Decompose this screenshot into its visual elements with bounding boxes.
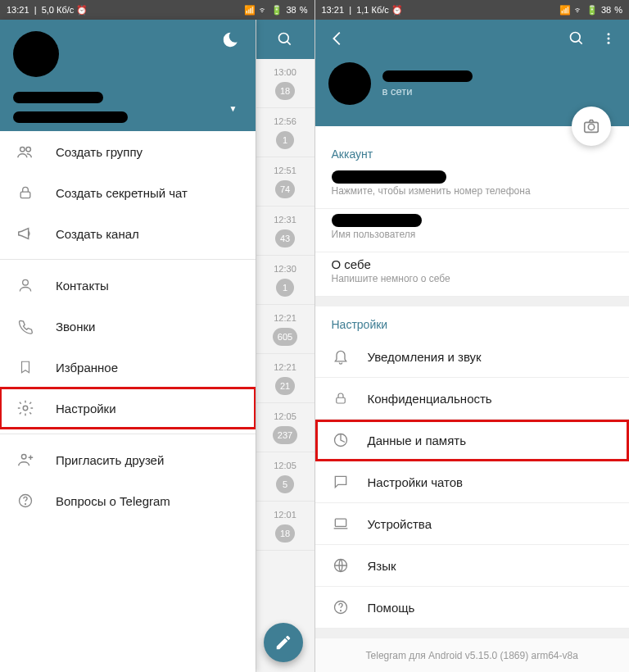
chat-time: 12:21 bbox=[274, 362, 296, 372]
unread-badge: 43 bbox=[275, 229, 295, 247]
menu-label: Создать канал bbox=[56, 227, 139, 241]
row-notifications[interactable]: Уведомления и звук bbox=[315, 336, 630, 378]
menu-create-group[interactable]: Создать группу bbox=[0, 131, 256, 172]
data-icon bbox=[332, 431, 350, 449]
status-time: 13:21 bbox=[7, 5, 29, 15]
chat-item[interactable]: 12:301 bbox=[256, 256, 314, 305]
help-icon bbox=[332, 598, 350, 616]
chat-time: 12:01 bbox=[274, 510, 296, 520]
status-time: 13:21 bbox=[322, 5, 345, 15]
svg-rect-15 bbox=[336, 397, 345, 403]
menu-calls[interactable]: Звонки bbox=[0, 306, 256, 347]
profile-avatar[interactable] bbox=[328, 62, 371, 105]
menu-create-channel[interactable]: Создать канал bbox=[0, 213, 256, 254]
about-field[interactable]: О себе Напишите немного о себе bbox=[315, 252, 630, 297]
battery-icon: 🔋 bbox=[271, 5, 283, 16]
account-info[interactable] bbox=[13, 92, 242, 123]
chat-item[interactable]: 12:21605 bbox=[256, 305, 314, 354]
battery-pct: 38 bbox=[286, 5, 296, 15]
right-screenshot: 13:21 | 1,1 Кб/c ⏰ 📶 ᯤ 🔋 38 % bbox=[314, 0, 630, 672]
status-net: 5,0 Кб/c bbox=[42, 5, 75, 15]
row-label: Помощь bbox=[368, 601, 415, 615]
separator bbox=[0, 434, 256, 434]
battery-pct: 38 bbox=[601, 5, 611, 15]
section-settings: Настройки bbox=[315, 306, 630, 336]
group-icon bbox=[16, 143, 34, 161]
status-net: 1,1 Кб/c bbox=[356, 5, 389, 15]
chat-time: 12:31 bbox=[274, 215, 296, 225]
row-language[interactable]: Язык bbox=[315, 545, 630, 587]
unread-badge: 1 bbox=[276, 279, 294, 297]
help-icon bbox=[16, 492, 34, 510]
lock-icon bbox=[16, 184, 34, 202]
night-mode-icon[interactable] bbox=[221, 31, 239, 49]
svg-point-12 bbox=[608, 42, 610, 44]
search-icon[interactable] bbox=[568, 30, 585, 47]
menu-label: Звонки bbox=[56, 320, 95, 334]
camera-fab[interactable] bbox=[572, 107, 611, 146]
phone-icon bbox=[16, 317, 34, 335]
row-chat-settings[interactable]: Настройки чатов bbox=[315, 461, 630, 503]
row-privacy[interactable]: Конфиденциальность bbox=[315, 378, 630, 420]
menu-label: Вопросы о Telegram bbox=[56, 494, 170, 508]
svg-point-1 bbox=[20, 148, 25, 152]
unread-badge: 237 bbox=[273, 426, 297, 444]
search-button[interactable] bbox=[256, 20, 314, 59]
row-help[interactable]: Помощь bbox=[315, 587, 630, 629]
redacted-name bbox=[382, 70, 473, 82]
svg-point-14 bbox=[588, 124, 594, 129]
row-devices[interactable]: Устройства bbox=[315, 503, 630, 545]
menu-faq[interactable]: Вопросы о Telegram bbox=[0, 480, 256, 521]
status-bar: 13:21 | 5,0 Кб/c ⏰ 📶 ᯤ 🔋 38 % bbox=[0, 0, 314, 20]
about-hint: Напишите немного о себе bbox=[332, 273, 613, 284]
svg-point-0 bbox=[279, 34, 289, 43]
add-person-icon bbox=[16, 451, 34, 469]
back-button[interactable] bbox=[328, 30, 346, 48]
compose-fab[interactable] bbox=[264, 623, 303, 662]
chat-item[interactable]: 13:0018 bbox=[256, 59, 314, 108]
chat-item[interactable]: 12:2121 bbox=[256, 354, 314, 403]
row-label: Настройки чатов bbox=[368, 475, 464, 489]
menu-settings[interactable]: Настройки bbox=[0, 388, 256, 429]
menu-contacts[interactable]: Контакты bbox=[0, 265, 256, 306]
alarm-icon: ⏰ bbox=[391, 5, 403, 15]
phone-field[interactable]: Нажмите, чтобы изменить номер телефона bbox=[315, 166, 630, 209]
chat-item[interactable]: 12:3143 bbox=[256, 207, 314, 256]
menu-invite[interactable]: Пригласить друзей bbox=[0, 439, 256, 480]
redacted-username bbox=[332, 214, 422, 227]
chat-item[interactable]: 12:0118 bbox=[256, 502, 314, 551]
svg-point-8 bbox=[25, 504, 26, 505]
chat-item[interactable]: 12:561 bbox=[256, 108, 314, 157]
settings-content[interactable]: Аккаунт Нажмите, чтобы изменить номер те… bbox=[315, 126, 630, 672]
left-screenshot: 13:21 | 5,0 Кб/c ⏰ 📶 ᯤ 🔋 38 % 13:0018 12… bbox=[0, 0, 314, 672]
alarm-icon: ⏰ bbox=[76, 5, 88, 15]
wifi-icon: ᯤ bbox=[574, 5, 583, 15]
svg-rect-17 bbox=[335, 519, 346, 526]
chevron-down-icon[interactable]: ▼ bbox=[229, 104, 238, 113]
chat-time: 12:05 bbox=[274, 461, 296, 470]
chat-item[interactable]: 12:5174 bbox=[256, 157, 314, 207]
megaphone-icon bbox=[16, 225, 34, 243]
row-data-storage[interactable]: Данные и память bbox=[315, 420, 630, 461]
username-field[interactable]: Имя пользователя bbox=[315, 209, 630, 252]
more-icon[interactable] bbox=[601, 30, 616, 47]
svg-point-4 bbox=[23, 279, 29, 285]
avatar[interactable] bbox=[13, 31, 59, 77]
separator bbox=[0, 259, 256, 260]
svg-point-10 bbox=[608, 33, 610, 35]
chat-time: 12:05 bbox=[274, 411, 296, 421]
svg-point-9 bbox=[571, 33, 581, 43]
chat-item[interactable]: 12:055 bbox=[256, 452, 314, 502]
navigation-drawer: ▼ Создать группу Создать секретный чат С… bbox=[0, 20, 256, 672]
menu-saved[interactable]: Избранное bbox=[0, 347, 256, 388]
chat-item[interactable]: 12:05237 bbox=[256, 403, 314, 452]
unread-badge: 21 bbox=[275, 377, 295, 395]
settings-toolbar: в сети bbox=[315, 20, 630, 126]
username-hint: Имя пользователя bbox=[332, 229, 613, 240]
battery-icon: 🔋 bbox=[586, 5, 598, 16]
row-label: Язык bbox=[368, 559, 396, 573]
menu-create-secret[interactable]: Создать секретный чат bbox=[0, 172, 256, 213]
person-icon bbox=[16, 276, 34, 294]
row-label: Конфиденциальность bbox=[368, 392, 492, 406]
chat-list-strip: 13:0018 12:561 12:5174 12:3143 12:301 12… bbox=[256, 20, 314, 672]
